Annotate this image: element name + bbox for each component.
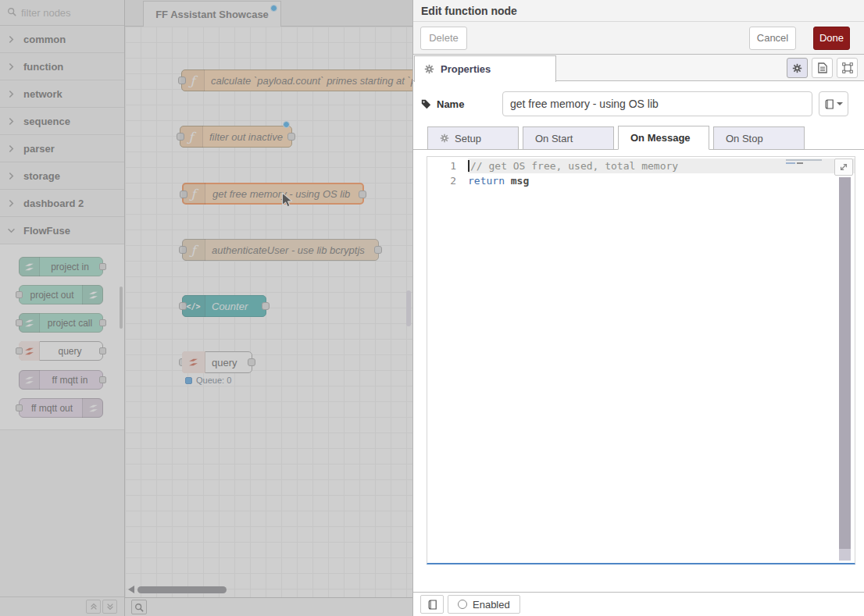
tab-setup[interactable]: Setup <box>427 126 519 150</box>
tray-icon-buttons <box>787 58 858 78</box>
tab-on-start-label: On Start <box>535 133 573 144</box>
selection-frame-icon <box>842 62 853 73</box>
code-editor[interactable]: 1 // get OS free, used, total memory 2 r… <box>427 156 855 564</box>
tab-on-stop[interactable]: On Stop <box>713 126 805 150</box>
tag-icon <box>421 99 431 109</box>
caret-down-icon <box>837 102 843 105</box>
code-keyword: return <box>468 175 505 187</box>
text-cursor <box>468 160 469 172</box>
description-view-button[interactable] <box>812 58 833 78</box>
tab-on-start[interactable]: On Start <box>523 126 614 150</box>
library-button[interactable] <box>819 91 848 116</box>
line-number: 1 <box>427 158 468 173</box>
tab-setup-label: Setup <box>455 133 481 144</box>
diagonal-expand-icon <box>839 162 848 172</box>
enabled-toggle-button[interactable]: Enabled <box>448 595 520 614</box>
tab-on-message-label: On Message <box>630 132 691 144</box>
tab-properties-label: Properties <box>441 63 491 75</box>
line-number: 2 <box>427 173 468 188</box>
name-row: Name <box>421 91 848 116</box>
modal-shade-overlay <box>0 0 412 616</box>
book-icon <box>428 600 437 610</box>
gear-icon <box>440 134 449 143</box>
name-label-text: Name <box>437 98 464 110</box>
gear-icon <box>792 63 802 73</box>
library-export-button[interactable] <box>420 595 444 614</box>
book-icon <box>825 99 834 109</box>
editor-scrollbar[interactable] <box>839 177 851 561</box>
code-variable: msg <box>511 175 529 187</box>
tray-title: Edit function node <box>413 0 864 22</box>
tray-tabs-row: Properties <box>413 55 864 81</box>
properties-view-button[interactable] <box>787 58 808 78</box>
cancel-button[interactable]: Cancel <box>749 27 796 50</box>
name-label: Name <box>421 98 496 110</box>
edit-tray: Edit function node Delete Cancel Done Pr… <box>412 0 864 616</box>
tab-properties[interactable]: Properties <box>414 55 556 82</box>
code-line: 2 return msg <box>427 173 855 188</box>
expand-editor-button[interactable] <box>834 158 853 176</box>
enabled-label: Enabled <box>473 599 510 611</box>
node-red-editor: common function network sequence parser … <box>0 0 864 616</box>
document-icon <box>818 62 827 73</box>
tray-toolbar: Delete Cancel Done <box>413 22 864 55</box>
tray-footer: Enabled <box>413 592 864 616</box>
function-editor-tabs: Setup On Start On Message On Stop <box>413 126 864 150</box>
delete-button[interactable]: Delete <box>420 27 467 50</box>
gear-icon <box>424 64 434 74</box>
tab-on-message[interactable]: On Message <box>618 126 709 150</box>
editor-minimap[interactable] <box>786 159 830 167</box>
code-comment: // get OS free, used, total memory <box>470 158 678 173</box>
enabled-status-icon <box>458 600 467 609</box>
done-button[interactable]: Done <box>813 27 850 50</box>
name-input[interactable] <box>502 91 812 116</box>
zoom-node-button[interactable] <box>837 58 858 78</box>
tab-on-stop-label: On Stop <box>726 133 763 144</box>
